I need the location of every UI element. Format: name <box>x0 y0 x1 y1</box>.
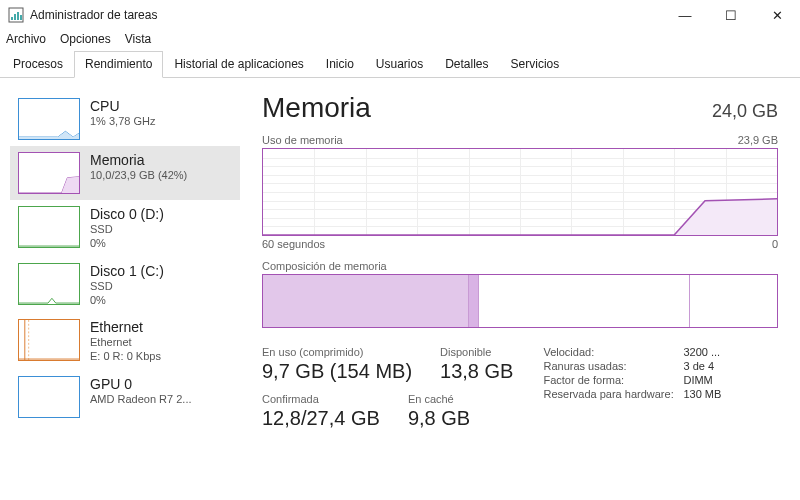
sidebar-item-gpu0[interactable]: GPU 0 AMD Radeon R7 2... <box>10 370 240 424</box>
disk1-text: Disco 1 (C:) SSD 0% <box>90 263 164 308</box>
gpu-thumb <box>18 376 80 418</box>
stat-committed: Confirmada 12,8/27,4 GB <box>262 393 380 430</box>
titlebar: Administrador de tareas — ☐ ✕ <box>0 0 800 30</box>
comp-inuse <box>263 275 469 327</box>
gpu-text: GPU 0 AMD Radeon R7 2... <box>90 376 192 406</box>
speed-lbl: Velocidad: <box>543 346 683 358</box>
window-title: Administrador de tareas <box>30 8 662 22</box>
menu-options[interactable]: Opciones <box>60 32 111 46</box>
tab-usuarios[interactable]: Usuarios <box>365 51 434 78</box>
usage-label-row: Uso de memoria 23,9 GB <box>262 134 778 146</box>
svg-marker-9 <box>263 199 777 235</box>
tab-servicios[interactable]: Servicios <box>500 51 571 78</box>
menubar: Archivo Opciones Vista <box>0 30 800 50</box>
comp-free <box>690 275 777 327</box>
svg-rect-4 <box>20 15 22 20</box>
composition-bar <box>262 274 778 328</box>
memoria-sub: 10,0/23,9 GB (42%) <box>90 168 187 182</box>
avail-val: 13,8 GB <box>440 360 513 383</box>
comp-modified <box>469 275 479 327</box>
time-left: 60 segundos <box>262 238 325 250</box>
maximize-button[interactable]: ☐ <box>708 0 754 30</box>
disk1-thumb <box>18 263 80 305</box>
app-icon <box>8 7 24 23</box>
cache-lbl: En caché <box>408 393 470 405</box>
slots-val: 3 de 4 <box>683 360 714 372</box>
disk0-sub2: 0% <box>90 236 164 250</box>
inuse-val: 9,7 GB (154 MB) <box>262 360 412 383</box>
usage-max: 23,9 GB <box>738 134 778 146</box>
stats: En uso (comprimido) 9,7 GB (154 MB) Disp… <box>262 346 778 430</box>
memoria-title: Memoria <box>90 152 187 168</box>
usage-footer: 60 segundos 0 <box>262 238 778 250</box>
memoria-thumb <box>18 152 80 194</box>
disk0-text: Disco 0 (D:) SSD 0% <box>90 206 164 251</box>
main-title: Memoria <box>262 92 371 124</box>
gpu-sub1: AMD Radeon R7 2... <box>90 392 192 406</box>
sidebar: CPU 1% 3,78 GHz Memoria 10,0/23,9 GB (42… <box>0 78 240 496</box>
disk1-sub2: 0% <box>90 293 164 307</box>
window-buttons: — ☐ ✕ <box>662 0 800 30</box>
minimize-button[interactable]: — <box>662 0 708 30</box>
sidebar-item-disk0[interactable]: Disco 0 (D:) SSD 0% <box>10 200 240 257</box>
main-header: Memoria 24,0 GB <box>262 92 778 124</box>
menu-file[interactable]: Archivo <box>6 32 46 46</box>
comp-standby <box>479 275 690 327</box>
hw-val: 130 MB <box>683 388 721 400</box>
form-val: DIMM <box>683 374 712 386</box>
cpu-text: CPU 1% 3,78 GHz <box>90 98 155 128</box>
gpu-title: GPU 0 <box>90 376 192 392</box>
cpu-title: CPU <box>90 98 155 114</box>
sidebar-item-disk1[interactable]: Disco 1 (C:) SSD 0% <box>10 257 240 314</box>
disk0-sub1: SSD <box>90 222 164 236</box>
cache-val: 9,8 GB <box>408 407 470 430</box>
tab-rendimiento[interactable]: Rendimiento <box>74 51 163 78</box>
disk1-title: Disco 1 (C:) <box>90 263 164 279</box>
svg-rect-3 <box>17 12 19 20</box>
main-panel: Memoria 24,0 GB Uso de memoria 23,9 GB 6… <box>240 78 800 496</box>
disk0-title: Disco 0 (D:) <box>90 206 164 222</box>
svg-rect-1 <box>11 17 13 20</box>
content: CPU 1% 3,78 GHz Memoria 10,0/23,9 GB (42… <box>0 78 800 496</box>
disk1-sub1: SSD <box>90 279 164 293</box>
tab-historial[interactable]: Historial de aplicaciones <box>163 51 314 78</box>
commit-val: 12,8/27,4 GB <box>262 407 380 430</box>
tab-procesos[interactable]: Procesos <box>2 51 74 78</box>
sidebar-item-cpu[interactable]: CPU 1% 3,78 GHz <box>10 92 240 146</box>
tab-detalles[interactable]: Detalles <box>434 51 499 78</box>
eth-sub2: E: 0 R: 0 Kbps <box>90 349 161 363</box>
menu-view[interactable]: Vista <box>125 32 151 46</box>
eth-title: Ethernet <box>90 319 161 335</box>
eth-text: Ethernet Ethernet E: 0 R: 0 Kbps <box>90 319 161 364</box>
stat-cached: En caché 9,8 GB <box>408 393 470 430</box>
cpu-thumb <box>18 98 80 140</box>
tabs: Procesos Rendimiento Historial de aplica… <box>0 50 800 78</box>
sidebar-item-ethernet[interactable]: Ethernet Ethernet E: 0 R: 0 Kbps <box>10 313 240 370</box>
close-button[interactable]: ✕ <box>754 0 800 30</box>
form-lbl: Factor de forma: <box>543 374 683 386</box>
inuse-lbl: En uso (comprimido) <box>262 346 412 358</box>
avail-lbl: Disponible <box>440 346 513 358</box>
hw-lbl: Reservada para hardware: <box>543 388 683 400</box>
memoria-text: Memoria 10,0/23,9 GB (42%) <box>90 152 187 182</box>
sidebar-item-memoria[interactable]: Memoria 10,0/23,9 GB (42%) <box>10 146 240 200</box>
main-total: 24,0 GB <box>712 101 778 122</box>
stat-available: Disponible 13,8 GB <box>440 346 513 383</box>
slots-lbl: Ranuras usadas: <box>543 360 683 372</box>
tab-inicio[interactable]: Inicio <box>315 51 365 78</box>
stat-inuse: En uso (comprimido) 9,7 GB (154 MB) <box>262 346 412 383</box>
disk0-thumb <box>18 206 80 248</box>
speed-val: 3200 ... <box>683 346 720 358</box>
usage-label: Uso de memoria <box>262 134 343 146</box>
svg-marker-5 <box>19 131 79 139</box>
eth-sub1: Ethernet <box>90 335 161 349</box>
svg-marker-6 <box>19 177 79 193</box>
time-right: 0 <box>772 238 778 250</box>
commit-lbl: Confirmada <box>262 393 380 405</box>
cpu-sub: 1% 3,78 GHz <box>90 114 155 128</box>
stats-details: Velocidad:3200 ... Ranuras usadas:3 de 4… <box>543 346 721 430</box>
eth-thumb <box>18 319 80 361</box>
svg-rect-2 <box>14 14 16 20</box>
usage-graph <box>262 148 778 236</box>
composition-label: Composición de memoria <box>262 260 778 272</box>
